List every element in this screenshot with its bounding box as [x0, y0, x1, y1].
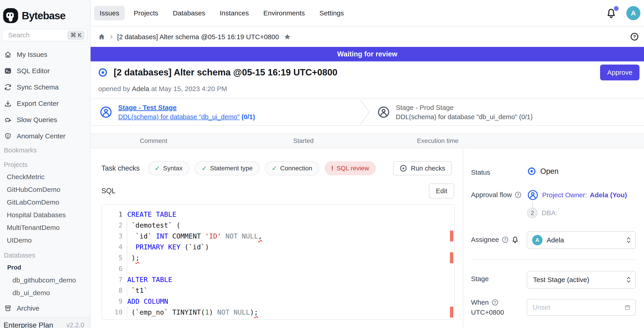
user-avatar[interactable]: A	[626, 6, 640, 20]
code-line: 4 PRIMARY KEY (`id`)	[102, 242, 454, 252]
brand-logo[interactable]: Bytebase	[0, 0, 90, 26]
stage-card-prod[interactable]: Stage - Prod Stage DDL(schema) for datab…	[370, 99, 644, 125]
line-number: 3	[102, 232, 122, 240]
pipeline-stages: Stage - Test Stage DDL(schema) for datab…	[90, 98, 644, 126]
check-error-icon: !	[331, 165, 333, 172]
question-circle-icon[interactable]: ?	[502, 236, 509, 243]
stage-select[interactable]: Test Stage (active)	[527, 271, 636, 288]
assignee-select[interactable]: A Adela	[527, 231, 636, 249]
plan-footer[interactable]: Enterprise Plan v2.2.0	[0, 317, 90, 328]
subscribe-bell-icon[interactable]	[512, 236, 519, 243]
check-label: Connection	[280, 165, 312, 172]
person-circle-icon	[377, 106, 390, 118]
issue-header: [2 databases] Alter schema @05-15 16:19 …	[90, 62, 644, 98]
assignee-value: Adela	[547, 236, 564, 244]
opened-at-label: at May 15, 2023 4:20 PM	[151, 85, 227, 92]
check-statement-type[interactable]: ✓Statement type	[195, 161, 260, 175]
sidebar: Bytebase Search ⌘ K My Issues SQL Editor…	[0, 0, 90, 328]
chevron-updown-icon	[626, 276, 631, 284]
task-table-header: Comment Started Execution time	[90, 134, 644, 148]
sidebar-project-hospital-databases[interactable]: Hospital Databases	[0, 208, 90, 221]
sidebar-project-uidemo[interactable]: UIDemo	[0, 234, 90, 247]
top-navigation: Issues Projects Databases Instances Envi…	[90, 0, 644, 27]
approver-name[interactable]: Adela (You)	[590, 191, 627, 199]
check-connection[interactable]: ✓Connection	[265, 161, 319, 175]
run-checks-button[interactable]: Run checks	[393, 161, 452, 175]
brand-name: Bytebase	[22, 10, 66, 22]
tab-projects[interactable]: Projects	[128, 6, 164, 20]
tab-databases[interactable]: Databases	[167, 6, 210, 20]
code-line: 5 );	[102, 252, 454, 263]
sidebar-project-gitlabcomdemo[interactable]: GitLabComDemo	[0, 196, 90, 208]
task-progress: (0/1)	[519, 113, 533, 120]
edit-sql-button[interactable]: Edit	[429, 184, 454, 198]
check-pass-icon: ✓	[155, 165, 160, 172]
when-datetime-input[interactable]: Unset	[527, 299, 636, 316]
person-circle-icon	[527, 189, 538, 201]
status-text: Open	[540, 167, 559, 176]
stage-card-test[interactable]: Stage - Test Stage DDL(schema) for datab…	[90, 99, 360, 125]
tab-settings[interactable]: Settings	[314, 6, 349, 20]
star-icon[interactable]	[284, 33, 291, 41]
approver-role: Project Owner:	[542, 191, 587, 199]
sidebar-project-githubcomdemo[interactable]: GitHubComDemo	[0, 183, 90, 196]
svg-text:?: ?	[633, 34, 636, 39]
code-line: 6	[102, 263, 454, 274]
search-input[interactable]: Search ⌘ K	[2, 29, 88, 42]
breadcrumb-title[interactable]: [2 databases] Alter schema @05-15 16:19 …	[117, 33, 279, 41]
code-lines: 1CREATE TABLE 2 `demotest` ( 3 `id` INT …	[102, 209, 454, 318]
sidebar-db-githubcom-demo[interactable]: db_githubcom_demo	[0, 274, 90, 286]
error-marker	[450, 230, 453, 242]
tab-issues[interactable]: Issues	[94, 6, 125, 20]
question-circle-icon[interactable]: ?	[514, 191, 522, 198]
tab-instances[interactable]: Instances	[214, 6, 254, 20]
code-line: 1CREATE TABLE	[102, 209, 454, 220]
check-syntax[interactable]: ✓Syntax	[148, 161, 189, 175]
sidebar-item-slow-queries[interactable]: Slow Queries	[0, 112, 90, 128]
stage-task-link[interactable]: DDL(schema) for database "db_ui_demo" (0…	[118, 113, 255, 121]
sidebar-item-archive[interactable]: Archive	[0, 300, 90, 316]
line-number: 4	[102, 243, 122, 251]
approve-button[interactable]: Approve	[600, 64, 640, 80]
shield-alert-icon	[4, 132, 12, 140]
status-label: Status	[471, 168, 490, 176]
sidebar-item-sql-editor[interactable]: SQL Editor	[0, 63, 90, 79]
line-number: 10	[102, 308, 122, 316]
assignee-text: Assignee	[471, 236, 499, 244]
code-line: 7ALTER TABLE	[102, 274, 454, 285]
task-text: DDL(schema) for database "db_ui_demo"	[396, 113, 517, 120]
sidebar-section-bookmarks: Bookmarks	[0, 144, 90, 156]
question-circle-icon[interactable]: ?	[492, 299, 498, 306]
step-number-badge: 2	[527, 208, 538, 218]
sidebar-project-checkmetric[interactable]: CheckMetric	[0, 170, 90, 183]
sidebar-item-sync-schema[interactable]: Sync Schema	[0, 79, 90, 95]
sidebar-project-multitenantdemo[interactable]: MultiTenantDemo	[0, 221, 90, 234]
run-checks-label: Run checks	[411, 165, 445, 172]
svg-text:?: ?	[517, 193, 519, 197]
check-label: Statement type	[210, 165, 252, 172]
stage-name: Stage - Prod Stage	[396, 104, 532, 112]
sidebar-item-export-center[interactable]: Export Center	[0, 95, 90, 112]
task-link-text[interactable]: DDL(schema) for database "db_ui_demo"	[118, 113, 240, 120]
code-line: 3 `id` INT COMMENT 'ID' NOT NULL,	[102, 230, 454, 242]
sidebar-item-anomaly-center[interactable]: Anomaly Center	[0, 128, 90, 144]
when-timezone: UTC+0800	[471, 308, 504, 316]
notifications-button[interactable]	[606, 8, 616, 18]
line-number: 6	[102, 265, 122, 272]
help-button[interactable]: ?	[630, 32, 639, 41]
issue-open-icon	[527, 167, 536, 176]
line-number: 5	[102, 254, 122, 262]
sidebar-item-my-issues[interactable]: My Issues	[0, 46, 90, 63]
home-breadcrumb-icon[interactable]	[98, 33, 106, 41]
sql-editor-viewer[interactable]: 1CREATE TABLE 2 `demotest` ( 3 `id` INT …	[102, 204, 455, 320]
search-placeholder: Search	[8, 31, 67, 39]
check-label: SQL review	[336, 165, 369, 172]
tab-environments[interactable]: Environments	[258, 6, 310, 20]
stage-link[interactable]: Stage - Test Stage	[118, 104, 255, 112]
archive-icon	[4, 304, 12, 312]
download-icon	[4, 100, 12, 107]
sidebar-db-ui-demo[interactable]: db_ui_demo	[0, 286, 90, 299]
check-sql-review[interactable]: !SQL review	[324, 161, 376, 175]
approval-connector	[532, 202, 533, 208]
issue-author[interactable]: Adela	[132, 85, 149, 92]
